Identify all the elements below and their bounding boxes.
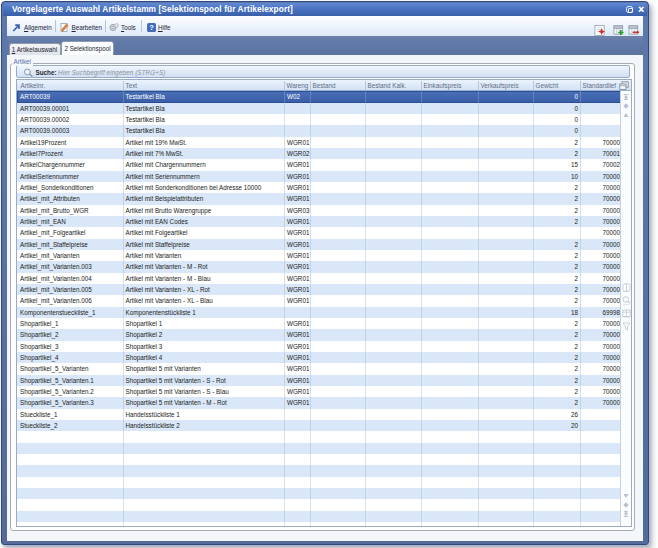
svg-text:?: ? [149,23,154,32]
